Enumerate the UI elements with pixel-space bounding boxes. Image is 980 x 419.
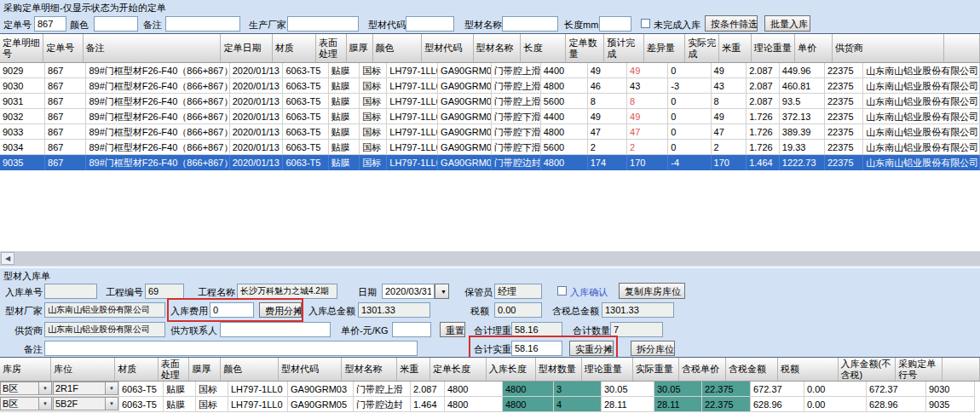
column-header[interactable]: 含税单价 xyxy=(679,358,726,381)
inbound-no-input[interactable] xyxy=(44,284,97,299)
table-header-row: 库房库位材质表面处理膜厚颜色型材代码型材名称米重定单长度入库长度型材数量理论重量… xyxy=(0,358,980,382)
keeper-input[interactable] xyxy=(494,284,542,299)
column-header[interactable]: 实际重量 xyxy=(633,358,679,381)
unfinished-inbound-checkbox[interactable] xyxy=(641,19,650,28)
column-header[interactable]: 型材名称 xyxy=(474,34,522,62)
copy-location-button[interactable]: 复制库房库位 xyxy=(619,283,685,299)
project-no-input[interactable] xyxy=(145,284,184,299)
column-header[interactable]: 差异量 xyxy=(644,34,685,62)
filter-order-no-label: 定单号 xyxy=(3,20,32,31)
column-header[interactable]: 表面处理 xyxy=(159,358,190,381)
tax-total-input[interactable] xyxy=(602,302,674,318)
filter-order-no-input[interactable] xyxy=(34,16,66,32)
column-header[interactable]: 定单日期 xyxy=(221,34,272,62)
inbound-confirm-checkbox[interactable] xyxy=(557,286,567,296)
column-header[interactable]: 米重 xyxy=(719,34,751,62)
split-location-button[interactable]: 拆分库位 xyxy=(631,341,675,356)
column-header[interactable]: 长度 xyxy=(521,34,566,62)
inbound-fee-input[interactable] xyxy=(210,302,254,318)
column-header[interactable]: 入库长度 xyxy=(487,358,536,381)
column-header[interactable]: 型材代码 xyxy=(422,34,473,62)
column-header[interactable]: 库位 xyxy=(51,358,115,381)
column-header[interactable]: 米重 xyxy=(397,358,430,381)
factory-input[interactable] xyxy=(44,302,165,318)
column-header[interactable]: 备注 xyxy=(84,34,222,62)
table-cell: 5B2F▼ xyxy=(53,397,119,412)
filter-length-input[interactable] xyxy=(599,16,631,32)
table-row[interactable]: 902986789#门框型材F26-F40（866+867）2020/01/13… xyxy=(0,63,980,78)
date-input[interactable] xyxy=(382,284,435,299)
table-cell: 30.05 xyxy=(654,382,702,397)
table-row[interactable]: 903086789#门框型材F26-F40（866+867）2020/01/13… xyxy=(0,78,980,94)
location-select[interactable]: 5B2F▼ xyxy=(53,397,118,410)
table-cell: B区▼ xyxy=(0,382,53,397)
table-row[interactable]: 903186789#门框型材F26-F40（866+867）2020/01/13… xyxy=(0,94,980,109)
table-row[interactable]: 903386789#门框型材F26-F40（866+867）2020/01/13… xyxy=(0,124,980,140)
table-cell: 22375 xyxy=(825,94,863,109)
column-header[interactable]: 膜厚 xyxy=(189,358,221,381)
column-header[interactable]: 表面处理 xyxy=(316,34,347,62)
chevron-down-icon[interactable]: ▼ xyxy=(105,398,118,410)
filter-manufacturer-input[interactable] xyxy=(287,16,359,32)
column-header[interactable]: 税额 xyxy=(778,358,839,381)
column-header[interactable]: 供货商 xyxy=(833,34,944,62)
column-header[interactable]: 库房 xyxy=(0,358,51,381)
column-header[interactable]: 理论重量 xyxy=(582,358,633,381)
table-row[interactable]: B区▼5B2F▼6063-T5贴膜国标LH797-1LL0GA90GRM05门带… xyxy=(0,397,980,412)
table-row[interactable]: B区▼2R1F▼6063-T5贴膜国标LH797-1LL0GA90GRM03门带… xyxy=(0,382,980,397)
chevron-down-icon[interactable]: ▼ xyxy=(38,382,51,394)
batch-inbound-button[interactable]: 批量入库 xyxy=(764,15,810,32)
table-row[interactable]: 903286789#门框型材F26-F40（866+867）2020/01/13… xyxy=(0,109,980,124)
total-qty-input[interactable] xyxy=(610,322,663,337)
project-name-input[interactable] xyxy=(237,284,337,299)
warehouse-select[interactable]: B区▼ xyxy=(0,397,52,410)
unit-price-input[interactable] xyxy=(392,322,431,337)
column-header[interactable]: 型材名称 xyxy=(342,358,397,381)
inbound-total-input[interactable] xyxy=(358,302,430,318)
column-header[interactable]: 材质 xyxy=(273,34,316,62)
column-header[interactable]: 定单数量 xyxy=(566,34,604,62)
date-label: 日期 xyxy=(358,287,377,298)
column-header[interactable]: 型材数量 xyxy=(536,358,582,381)
warehouse-select[interactable]: B区▼ xyxy=(0,382,52,395)
scroll-left-arrow-icon[interactable]: ◀ xyxy=(1,252,14,265)
reset-button[interactable]: 重置 xyxy=(440,322,465,337)
filter-remark-input[interactable] xyxy=(165,16,240,32)
column-header[interactable]: 入库金额(不含税) xyxy=(839,358,896,381)
column-header[interactable]: 颜色 xyxy=(221,358,279,381)
column-header[interactable] xyxy=(944,34,980,62)
location-select[interactable]: 2R1F▼ xyxy=(53,382,118,395)
column-header[interactable]: 预计完成 xyxy=(604,34,644,62)
filter-profile-code-input[interactable] xyxy=(406,16,454,32)
horizontal-scrollbar[interactable]: ◀ xyxy=(0,251,980,266)
table-row[interactable]: 903486789#门框型材F26-F40（866+867）2020/01/13… xyxy=(0,140,980,155)
column-header[interactable]: 理论重量 xyxy=(752,34,795,62)
chevron-down-icon[interactable]: ▼ xyxy=(38,398,51,410)
column-header[interactable]: 单价 xyxy=(795,34,833,62)
filter-color-input[interactable] xyxy=(94,16,138,32)
column-header[interactable]: 膜厚 xyxy=(347,34,373,62)
total-theory-input[interactable] xyxy=(511,322,562,337)
column-header[interactable] xyxy=(943,358,980,381)
column-header[interactable]: 型材代码 xyxy=(279,358,342,381)
column-header[interactable]: 实际完成 xyxy=(685,34,719,62)
actual-weight-split-button[interactable]: 实重分摊 xyxy=(569,341,614,356)
total-actual-input[interactable] xyxy=(511,341,562,356)
column-header[interactable]: 定单明细号 xyxy=(0,34,43,62)
column-header[interactable]: 颜色 xyxy=(373,34,423,62)
remark-input[interactable] xyxy=(44,341,418,356)
column-header[interactable]: 定单号 xyxy=(43,34,84,62)
table-row[interactable]: 903586789#门框型材F26-F40（866+867）2020/01/13… xyxy=(0,155,980,170)
chevron-down-icon[interactable]: ▼ xyxy=(105,382,118,394)
column-header[interactable]: 含税金额 xyxy=(726,358,778,381)
column-header[interactable]: 定单长度 xyxy=(430,358,487,381)
supplier-contact-input[interactable] xyxy=(220,322,331,337)
filter-by-condition-button[interactable]: 按条件筛选 xyxy=(705,15,758,32)
supplier-input[interactable] xyxy=(44,322,165,337)
fee-split-button[interactable]: 费用分摊 xyxy=(259,302,302,318)
column-header[interactable]: 材质 xyxy=(115,358,158,381)
filter-profile-name-input[interactable] xyxy=(502,16,558,32)
column-header[interactable]: 采购定单行号 xyxy=(896,358,943,381)
calendar-dropdown-button[interactable]: ▼ xyxy=(435,284,449,299)
tax-input[interactable] xyxy=(494,302,542,318)
